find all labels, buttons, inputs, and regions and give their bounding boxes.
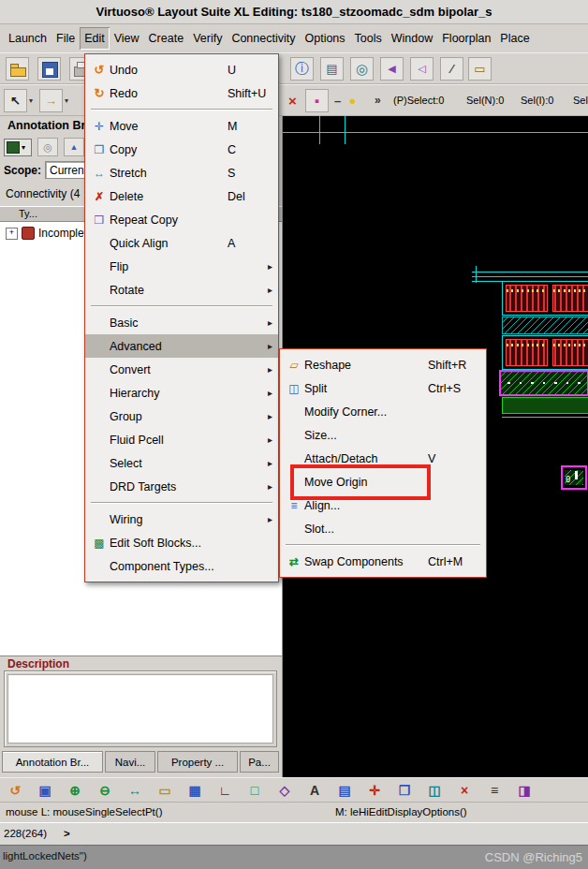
search-icon[interactable] xyxy=(37,138,58,156)
world-view-icon[interactable] xyxy=(350,57,374,81)
command-line[interactable]: 228(264) > xyxy=(0,822,588,845)
tab-annotation-browser[interactable]: Annotation Br... xyxy=(2,751,103,773)
menu-item-rotate[interactable]: Rotate ▸ xyxy=(85,278,278,302)
menu-item-group[interactable]: Group ▸ xyxy=(85,405,278,428)
pan-icon[interactable]: ↔ xyxy=(125,780,145,801)
menu-launch[interactable]: Launch xyxy=(4,27,51,50)
menu-place[interactable]: Place xyxy=(495,27,534,50)
properties-icon[interactable]: ≡ xyxy=(484,780,505,801)
menu-item-fluid-pcell[interactable]: Fluid Pcell ▸ xyxy=(85,428,278,451)
menu-view[interactable]: View xyxy=(110,27,144,50)
menu-item-label: Flip xyxy=(110,260,128,273)
expand-icon[interactable]: + xyxy=(6,228,18,240)
undo-icon xyxy=(89,63,110,77)
sel-n-counter: Sel(N):0 xyxy=(466,95,504,106)
ruler-icon[interactable] xyxy=(468,57,492,81)
stretch-tool-icon[interactable]: ◫ xyxy=(424,780,445,801)
menu-create[interactable]: Create xyxy=(144,27,189,50)
move-tool-icon[interactable]: ✛ xyxy=(364,780,385,801)
open-icon[interactable] xyxy=(6,57,29,81)
save-icon[interactable] xyxy=(37,57,61,81)
menu-edit[interactable]: Edit xyxy=(80,27,110,50)
menu-item-label: Stretch xyxy=(110,167,147,180)
snap-mode-icon[interactable] xyxy=(39,89,63,112)
diagonal-icon[interactable] xyxy=(440,57,463,81)
zoom-in-icon[interactable]: ⊕ xyxy=(65,780,85,801)
create-via-icon[interactable]: ▤ xyxy=(334,780,355,801)
previous-view-icon[interactable] xyxy=(380,57,404,81)
create-instance-icon[interactable]: ▦ xyxy=(184,780,205,801)
info-icon[interactable] xyxy=(290,57,314,81)
tab-property-editor[interactable]: Property ... xyxy=(157,751,238,773)
menu-item-label: Delete xyxy=(110,190,143,203)
description-label: Description xyxy=(7,657,69,670)
menu-item-delete[interactable]: Delete Del xyxy=(85,184,278,208)
menu-window[interactable]: Window xyxy=(387,27,437,50)
color-filter-dropdown[interactable]: ▾ xyxy=(4,139,32,156)
menu-item-edit-soft-blocks[interactable]: Edit Soft Blocks... xyxy=(85,531,278,554)
menu-item-basic[interactable]: Basic ▸ xyxy=(85,311,278,334)
menu-tools[interactable]: Tools xyxy=(350,27,387,50)
options-icon[interactable]: ◨ xyxy=(514,780,535,801)
menu-item-label: Slot... xyxy=(304,523,334,536)
menu-item-advanced[interactable]: Advanced ▸ xyxy=(85,334,278,358)
menu-item-wiring[interactable]: Wiring ▸ xyxy=(85,508,278,531)
menu-item-move[interactable]: Move M xyxy=(85,114,278,138)
menu-item-label: Copy xyxy=(110,143,137,156)
create-wire-icon[interactable]: ∟ xyxy=(214,780,235,801)
menu-item-label: Attach/Detach xyxy=(304,452,378,465)
zoom-fit-icon[interactable]: ▣ xyxy=(35,780,55,801)
menu-floorplan[interactable]: Floorplan xyxy=(437,27,495,50)
up-arrow-icon[interactable] xyxy=(64,138,84,156)
connectivity-label[interactable]: Connectivity (4 xyxy=(6,187,80,200)
menu-item-label: Advanced xyxy=(110,340,162,353)
copy-tool-icon[interactable]: ❐ xyxy=(394,780,415,801)
highlight-bulb-icon[interactable] xyxy=(341,89,364,112)
submenu-item-swap-components[interactable]: Swap Components Ctrl+M xyxy=(280,550,486,573)
menu-item-flip[interactable]: Flip ▸ xyxy=(85,255,278,278)
menu-separator xyxy=(91,109,272,110)
redo-icon xyxy=(89,86,110,100)
close-small-icon[interactable] xyxy=(281,89,304,112)
chevron-down-icon[interactable]: ▾ xyxy=(29,96,33,105)
menu-shortcut: Ctrl+S xyxy=(428,382,461,395)
menu-item-repeat-copy[interactable]: Repeat Copy xyxy=(85,208,278,231)
menu-item-convert[interactable]: Convert ▸ xyxy=(85,358,278,381)
menu-connectivity[interactable]: Connectivity xyxy=(227,27,300,50)
delete-tool-icon[interactable]: × xyxy=(454,780,475,801)
menu-item-quick-align[interactable]: Quick Align A xyxy=(85,231,278,255)
selection-mode-icon[interactable] xyxy=(4,89,27,112)
menu-item-label: DRD Targets xyxy=(110,480,176,493)
tab-navigator[interactable]: Navi... xyxy=(105,751,155,773)
toolbar-overflow-chevron[interactable]: » xyxy=(375,94,381,107)
description-field[interactable] xyxy=(7,674,273,744)
submenu-item-modify-corner[interactable]: Modify Corner... xyxy=(280,400,486,423)
submenu-item-split[interactable]: Split Ctrl+S xyxy=(280,376,486,400)
chevron-down-icon[interactable]: ▾ xyxy=(65,96,68,105)
menu-verify[interactable]: Verify xyxy=(188,27,227,50)
menu-options[interactable]: Options xyxy=(300,27,349,50)
menu-item-copy[interactable]: Copy C xyxy=(85,138,278,161)
layers-icon[interactable] xyxy=(320,57,344,81)
menu-file[interactable]: File xyxy=(51,27,80,50)
menu-item-drd-targets[interactable]: DRD Targets ▸ xyxy=(85,475,278,498)
ruler-icon[interactable]: ▭ xyxy=(154,780,175,801)
create-rect-icon[interactable]: □ xyxy=(244,780,265,801)
menu-item-label: Group xyxy=(110,410,142,423)
submenu-item-reshape[interactable]: Reshape Shift+R xyxy=(280,353,486,376)
submenu-item-slot[interactable]: Slot... xyxy=(280,517,486,540)
menu-item-redo[interactable]: Redo Shift+U xyxy=(85,81,278,105)
menu-item-select[interactable]: Select ▸ xyxy=(85,451,278,475)
menu-item-component-types[interactable]: Component Types... xyxy=(85,554,278,578)
redraw-icon[interactable]: ↺ xyxy=(5,780,25,801)
menu-item-label: Quick Align xyxy=(110,237,169,250)
menu-item-stretch[interactable]: Stretch S xyxy=(85,161,278,184)
menu-item-undo[interactable]: Undo U xyxy=(85,58,278,81)
menu-item-hierarchy[interactable]: Hierarchy ▸ xyxy=(85,381,278,405)
tab-palette[interactable]: Pa... xyxy=(240,751,279,773)
next-view-icon[interactable] xyxy=(410,57,434,81)
submenu-item-size[interactable]: Size... xyxy=(280,423,486,447)
zoom-out-icon[interactable]: ⊖ xyxy=(95,780,115,801)
create-label-icon[interactable]: A xyxy=(304,780,325,801)
create-polygon-icon[interactable]: ◇ xyxy=(274,780,295,801)
